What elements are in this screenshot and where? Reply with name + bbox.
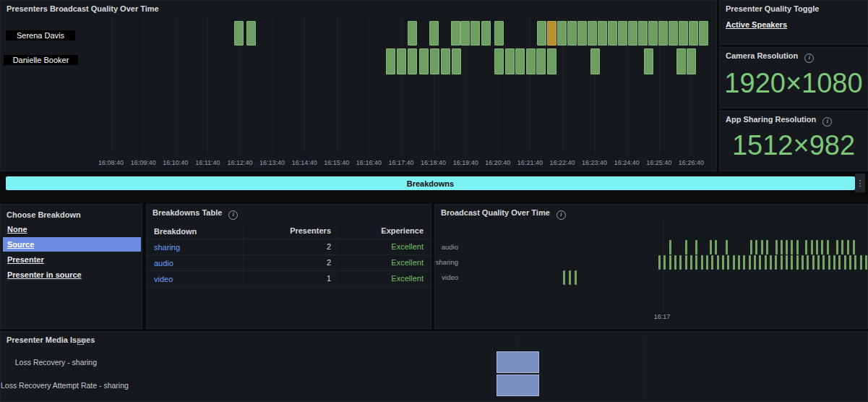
quality-tick — [569, 270, 571, 285]
x-axis-tick-label: 16:24:40 — [614, 159, 640, 166]
panel-breakdowns-table: Breakdowns Tablei BreakdownPresentersExp… — [146, 204, 431, 329]
quality-bar — [577, 21, 587, 46]
x-axis-tick-label: 16:19:40 — [453, 159, 478, 166]
gridline — [337, 17, 338, 155]
x-axis-tick-label: 16:15:40 — [324, 159, 349, 166]
quality-bar — [658, 21, 668, 46]
x-axis-tick-label: 16:26:40 — [679, 159, 704, 166]
active-speakers-link[interactable]: Active Speakers — [726, 20, 787, 29]
quality-tick — [828, 255, 830, 270]
panel-app-sharing-resolution: App Sharing Resolutioni 1512×982 — [719, 111, 868, 171]
x-axis-tick-label: 16:21:40 — [517, 159, 543, 166]
x-axis-tick-label: 16:17:40 — [388, 159, 413, 166]
quality-tick — [816, 240, 818, 255]
quality-bar — [676, 48, 686, 74]
quality-tick — [706, 255, 708, 270]
quality-tick — [658, 255, 661, 270]
quality-bar — [441, 48, 450, 74]
quality-tick — [817, 255, 820, 270]
table-row: sharing2Excellent — [147, 239, 431, 255]
panel-title: Presenters Broadcast Quality Over Time — [7, 4, 159, 13]
gridline — [176, 17, 176, 155]
quality-tick — [796, 240, 799, 255]
quality-bar — [598, 21, 607, 46]
info-icon[interactable]: i — [228, 210, 238, 220]
breakdown-link-video[interactable]: video — [154, 275, 173, 283]
x-axis-tick-label: 16:17 — [654, 313, 671, 320]
quality-bar — [648, 21, 658, 46]
quality-bar — [451, 21, 460, 46]
quality-tick — [695, 240, 697, 255]
panel-presenters-quality: Presenters Broadcast Quality Over Time S… — [0, 0, 717, 171]
table-row: video1Excellent — [147, 271, 431, 287]
quality-tick — [755, 240, 757, 255]
quality-tick — [822, 255, 825, 270]
external-link-icon[interactable] — [77, 335, 85, 348]
breakdown-link-sharing[interactable]: sharing — [154, 243, 180, 252]
quality-bar — [628, 21, 637, 46]
quality-bar — [679, 21, 688, 46]
quality-bar — [557, 21, 567, 46]
breakdowns-table: BreakdownPresentersExperiencesharing2Exc… — [147, 223, 431, 287]
quality-bar — [408, 48, 417, 74]
quality-tick — [754, 255, 756, 270]
quality-tick — [770, 255, 772, 270]
quality-bar — [644, 48, 653, 74]
quality-tick — [750, 240, 752, 255]
quality-tick — [827, 240, 829, 255]
quality-tick — [722, 255, 724, 270]
panel-choose-breakdown: Choose Breakdown NoneSourcePresenterPres… — [0, 204, 142, 329]
kebab-menu-icon[interactable]: ⋮ — [855, 174, 865, 192]
quality-tick — [853, 240, 855, 255]
cell-experience: Excellent — [336, 271, 431, 286]
quality-tick — [765, 255, 767, 270]
quality-bar — [608, 21, 617, 46]
issue-bar — [497, 351, 539, 373]
quality-tick — [849, 255, 851, 270]
column-header: Presenters — [243, 223, 336, 239]
x-axis-tick-label: 16:12:40 — [227, 159, 252, 166]
row-label: Loss Recovery - sharing — [1, 358, 97, 367]
info-icon[interactable]: i — [804, 54, 814, 63]
quality-bar — [536, 48, 546, 74]
gridline — [304, 17, 305, 155]
x-axis-tick-label: 16:13:40 — [259, 159, 285, 166]
quality-tick — [860, 255, 862, 270]
quality-tick — [838, 255, 841, 270]
panel-title: App Sharing Resolution — [726, 115, 816, 124]
panel-camera-resolution: Camera Resolutioni 1920×1080 — [719, 47, 868, 108]
breakdown-option-none[interactable]: None — [3, 222, 141, 236]
breakdown-link-audio[interactable]: audio — [154, 259, 173, 268]
quality-tick — [575, 270, 577, 285]
info-icon[interactable]: i — [822, 117, 832, 127]
quality-tick — [710, 240, 712, 255]
breakdown-option-source[interactable]: Source — [3, 237, 141, 252]
breakdown-option-presenter-in-source[interactable]: Presenter in source — [3, 268, 141, 282]
quality-tick — [685, 240, 687, 255]
quality-tick — [738, 255, 740, 270]
quality-tick — [749, 255, 751, 270]
issue-bar — [497, 375, 539, 396]
quality-tick — [791, 255, 793, 270]
quality-tick — [669, 240, 671, 255]
quality-bar — [547, 48, 557, 74]
breakdowns-row-header[interactable]: Breakdowns — [6, 176, 855, 190]
panel-title: Camera Resolution — [726, 51, 798, 60]
quality-tick — [805, 240, 807, 255]
panel-presenter-media-issues: Presenter Media Issues Loss Recovery - s… — [0, 331, 868, 402]
x-axis-tick-label: 16:18:40 — [421, 159, 446, 166]
info-icon[interactable]: i — [557, 210, 566, 220]
x-axis-tick-label: 16:09:40 — [131, 159, 156, 166]
cell-experience: Excellent — [336, 255, 431, 270]
quality-tick — [775, 255, 777, 270]
quality-tick — [674, 255, 676, 270]
camera-resolution-value: 1920×1080 — [720, 68, 867, 99]
quality-bar — [386, 48, 395, 74]
quality-tick — [854, 255, 856, 270]
x-axis-tick-label: 16:10:40 — [163, 159, 188, 166]
cell-breakdown: audio — [147, 259, 243, 268]
x-axis-tick-label: 16:23:40 — [582, 159, 607, 166]
quality-tick — [786, 240, 788, 255]
quality-tick — [847, 240, 849, 255]
breakdown-option-presenter[interactable]: Presenter — [3, 252, 141, 267]
